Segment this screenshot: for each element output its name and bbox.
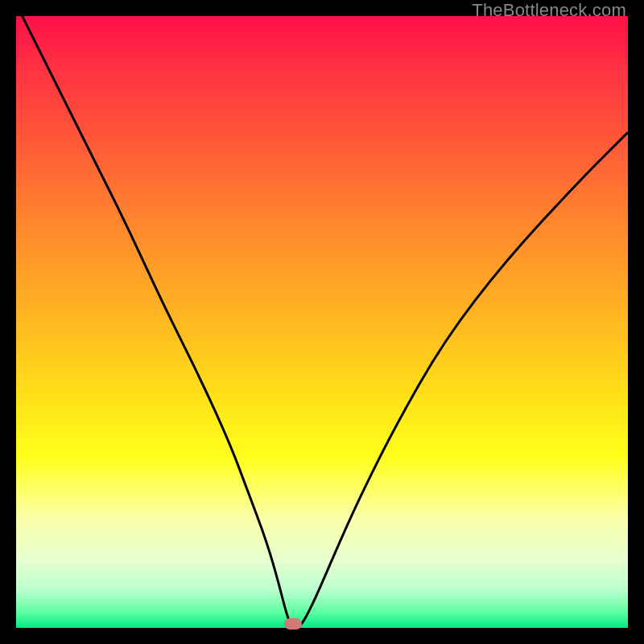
optimum-marker: [284, 618, 302, 630]
plot-area: [16, 16, 628, 628]
chart-container: TheBottleneck.com: [0, 0, 644, 644]
bottleneck-curve: [16, 16, 628, 628]
watermark-text: TheBottleneck.com: [472, 0, 626, 21]
